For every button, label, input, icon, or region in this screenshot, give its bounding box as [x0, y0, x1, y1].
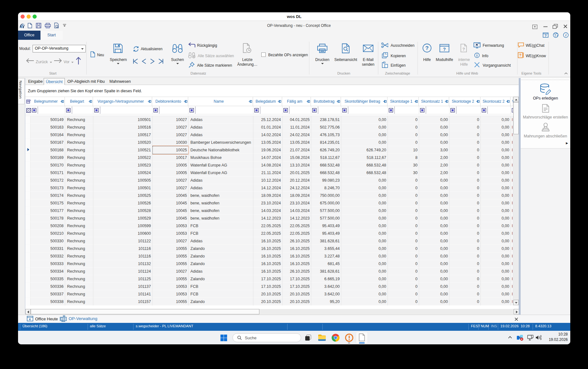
svg-text:?: ?	[425, 45, 429, 51]
svg-text:?: ?	[462, 47, 465, 51]
svg-text:?: ?	[519, 53, 521, 57]
svg-text:i: i	[565, 33, 566, 37]
svg-text:?: ?	[443, 47, 446, 52]
svg-text:?: ?	[545, 34, 547, 38]
